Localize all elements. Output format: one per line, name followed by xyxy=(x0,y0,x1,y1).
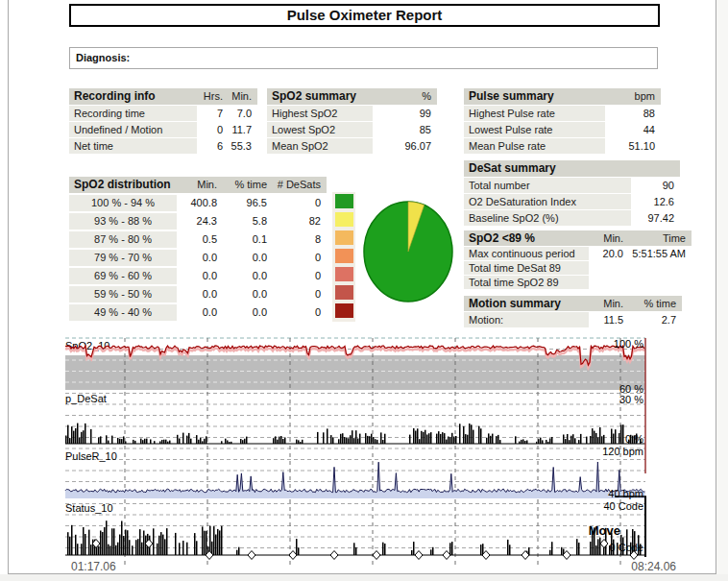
axis-label: 0 Code xyxy=(610,542,643,553)
row-label: 59 % - 50 % xyxy=(69,286,177,303)
event-bar xyxy=(179,439,181,445)
table-header: SpO2 <89 %Min.Time xyxy=(464,230,692,246)
event-bar xyxy=(85,424,86,444)
event-bar xyxy=(327,428,328,444)
event-bar xyxy=(597,437,599,444)
event-bar xyxy=(344,437,346,444)
event-bar xyxy=(98,437,100,444)
table-row: Motion:11.52.7 xyxy=(464,312,682,327)
event-bar xyxy=(162,535,164,555)
event-bar xyxy=(200,438,202,444)
table-motion-summary: Motion summaryMin.% timeMotion:11.52.7 xyxy=(464,296,682,328)
event-bar xyxy=(353,543,355,555)
event-bar xyxy=(330,435,332,444)
spo2-distribution-color-scale xyxy=(332,192,355,322)
axis-label: 40 Code xyxy=(603,500,643,512)
event-bar xyxy=(317,432,319,444)
table-title: Pulse summary xyxy=(464,88,605,105)
table-unit-col: % time xyxy=(629,296,682,311)
event-bar xyxy=(384,544,386,555)
row-value: 0.0 xyxy=(223,304,273,321)
axis-label: 120 bpm xyxy=(602,446,643,457)
event-bar xyxy=(177,435,179,444)
axis-label: 40 bpm xyxy=(608,488,643,499)
event-bar xyxy=(496,436,497,444)
event-bar xyxy=(73,431,75,444)
event-bar xyxy=(586,437,588,444)
event-bar xyxy=(352,430,353,444)
event-bar xyxy=(121,521,123,556)
event-bar xyxy=(359,434,361,444)
event-bar xyxy=(357,439,359,445)
event-bar xyxy=(160,532,162,555)
row-label: Highest SpO2 xyxy=(267,106,373,121)
event-bar xyxy=(144,439,146,444)
event-bar xyxy=(369,436,371,444)
event-bar xyxy=(549,438,551,444)
event-bar xyxy=(108,545,109,555)
event-bar xyxy=(280,436,282,444)
table-row: Total time SpO2 89 xyxy=(464,276,692,289)
event-bar xyxy=(273,438,275,444)
row-label: Total time SpO2 89 xyxy=(464,276,589,289)
distribution-swatch xyxy=(335,303,353,318)
row-value: 0 xyxy=(273,250,327,266)
row-label: Max continuous period xyxy=(464,247,589,260)
event-bar xyxy=(423,432,425,444)
row-label: Undefined / Motion xyxy=(69,122,197,137)
event-bar xyxy=(455,436,457,444)
table-spo2-distribution: SpO2 distributionMin.% time# DeSats100 %… xyxy=(69,177,327,323)
event-bar xyxy=(213,526,215,555)
event-bar xyxy=(355,547,357,555)
event-bar xyxy=(376,440,378,444)
event-bar xyxy=(125,530,127,556)
event-bar xyxy=(71,426,73,444)
event-bar xyxy=(480,545,482,555)
row-label: 79 % - 70 % xyxy=(69,250,177,266)
event-bar xyxy=(473,430,474,444)
status-marker-diamond xyxy=(289,551,297,560)
event-bar xyxy=(365,433,367,444)
status-marker-diamond xyxy=(330,551,338,560)
event-bar xyxy=(595,545,597,555)
table-title: SpO2 <89 % xyxy=(464,230,589,246)
event-bar xyxy=(102,532,104,555)
event-bar xyxy=(146,439,148,444)
event-bar xyxy=(81,432,83,444)
event-bar xyxy=(123,536,125,555)
event-bar xyxy=(467,435,469,444)
event-bar xyxy=(597,539,599,555)
event-bar xyxy=(436,434,438,444)
row-value: 96.5 xyxy=(223,195,273,211)
event-bar xyxy=(469,424,471,444)
event-bar xyxy=(109,545,111,555)
event-bar xyxy=(382,543,384,555)
event-bar xyxy=(279,437,280,444)
event-bar xyxy=(346,438,348,445)
row-label: Total time DeSat 89 xyxy=(464,261,589,275)
event-bar xyxy=(567,434,569,444)
event-bar xyxy=(141,543,143,555)
event-bar xyxy=(121,439,123,444)
event-bar xyxy=(497,435,499,444)
event-bar xyxy=(132,545,133,555)
event-bar xyxy=(413,428,415,444)
status-marker-diamond xyxy=(522,551,529,560)
event-bar xyxy=(302,440,303,444)
table-row: Mean SpO296.07 xyxy=(267,138,437,154)
event-bar xyxy=(615,429,617,444)
event-bar xyxy=(453,437,455,445)
row-label: Mean Pulse rate xyxy=(464,138,605,154)
pie-chart-svg xyxy=(355,192,466,312)
table-row: 79 % - 70 %0.00.00 xyxy=(69,250,327,266)
row-value: 11.5 xyxy=(589,312,629,327)
event-bar xyxy=(75,428,77,444)
axis-label: 100 % xyxy=(614,338,643,350)
distribution-swatch xyxy=(335,194,353,208)
row-label: Motion: xyxy=(464,312,589,327)
table-unit-col: % time xyxy=(223,177,273,193)
event-bar xyxy=(113,528,115,555)
event-bar xyxy=(348,438,350,444)
row-value: 55.3 xyxy=(229,138,257,154)
event-bar xyxy=(417,428,419,444)
